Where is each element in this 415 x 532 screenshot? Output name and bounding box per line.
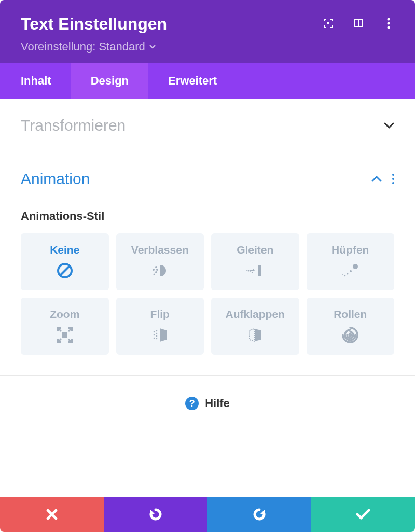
animation-option-fold[interactable]: Aufklappen <box>211 298 299 355</box>
animation-grid: Keine Verblassen Gleiten <box>21 233 394 355</box>
svg-point-16 <box>347 273 349 275</box>
preset-label: Voreinstellung: Standard <box>21 40 145 53</box>
svg-point-26 <box>154 338 155 339</box>
more-icon[interactable] <box>383 18 394 29</box>
tab-design[interactable]: Design <box>71 63 148 99</box>
roll-icon <box>341 326 359 344</box>
redo-icon <box>252 507 267 522</box>
chevron-up-icon <box>371 174 382 184</box>
panel-title: Text Einstellungen <box>21 15 167 34</box>
svg-point-10 <box>156 269 158 271</box>
panel-header: Text Einstellungen Voreinstellung: Stand… <box>0 0 415 63</box>
content-area: Transformieren Animation Animations-Stil… <box>0 99 415 497</box>
preset-dropdown[interactable]: Voreinstellung: Standard <box>21 40 167 53</box>
none-icon <box>56 261 74 280</box>
svg-rect-0 <box>327 22 329 24</box>
section-header-transform[interactable]: Transformieren <box>0 99 415 152</box>
animation-style-label: Animations-Stil <box>21 209 394 223</box>
header-actions <box>323 18 394 29</box>
animation-option-roll[interactable]: Rollen <box>307 298 395 355</box>
svg-point-12 <box>247 270 249 272</box>
flip-icon <box>150 326 169 344</box>
section-animation: Animation Animations-Stil Keine <box>0 152 415 376</box>
svg-point-21 <box>156 333 158 334</box>
help-label: Hilfe <box>205 397 230 410</box>
svg-point-3 <box>388 26 390 29</box>
section-header-animation[interactable]: Animation <box>0 152 415 205</box>
svg-rect-11 <box>258 265 261 276</box>
header-left: Text Einstellungen Voreinstellung: Stand… <box>21 15 167 53</box>
animation-option-slide[interactable]: Gleiten <box>211 233 299 290</box>
section-menu-icon[interactable] <box>392 174 394 184</box>
svg-point-24 <box>154 331 155 333</box>
animation-option-flip[interactable]: Flip <box>116 298 204 355</box>
cancel-button[interactable] <box>0 497 104 532</box>
tabs: Inhalt Design Erweitert <box>0 63 415 99</box>
svg-line-5 <box>60 266 70 275</box>
slide-icon <box>246 261 265 280</box>
animation-subsection: Animations-Stil Keine Verblassen <box>0 209 415 375</box>
caret-down-icon <box>149 45 156 49</box>
svg-point-17 <box>344 275 346 277</box>
svg-point-13 <box>246 270 247 271</box>
tile-label: Zoom <box>50 308 79 320</box>
svg-point-25 <box>154 334 155 336</box>
zoom-icon <box>56 326 74 344</box>
svg-rect-19 <box>62 332 67 338</box>
fold-icon <box>246 326 265 344</box>
tile-label: Hüpfen <box>331 244 369 256</box>
svg-point-18 <box>342 274 343 275</box>
animation-option-none[interactable]: Keine <box>21 233 109 290</box>
undo-button[interactable] <box>104 497 208 532</box>
tile-label: Gleiten <box>237 244 273 256</box>
check-icon <box>356 509 370 520</box>
redo-button[interactable] <box>208 497 311 532</box>
section-title-transform: Transformieren <box>21 117 126 134</box>
footer-actions <box>0 497 415 532</box>
undo-icon <box>148 507 163 522</box>
svg-point-8 <box>155 271 157 273</box>
svg-point-20 <box>156 330 158 332</box>
settings-panel: Text Einstellungen Voreinstellung: Stand… <box>0 0 415 532</box>
columns-icon[interactable] <box>353 18 364 29</box>
chevron-down-icon <box>384 120 394 131</box>
confirm-button[interactable] <box>311 497 415 532</box>
svg-point-14 <box>353 264 358 269</box>
svg-point-9 <box>154 274 155 275</box>
tile-label: Rollen <box>334 308 367 320</box>
animation-option-bounce[interactable]: Hüpfen <box>307 233 395 290</box>
bounce-icon <box>341 261 359 280</box>
tile-label: Aufklappen <box>226 308 285 320</box>
svg-point-1 <box>388 18 390 21</box>
tab-advanced[interactable]: Erweitert <box>148 63 237 99</box>
help-icon: ? <box>185 397 199 410</box>
help-button[interactable]: ? Hilfe <box>0 376 415 431</box>
tile-label: Keine <box>50 244 79 256</box>
section-transform: Transformieren <box>0 99 415 152</box>
fade-icon <box>150 261 169 280</box>
svg-point-15 <box>350 270 352 272</box>
svg-point-2 <box>388 22 390 25</box>
close-icon <box>46 508 58 521</box>
animation-option-fade[interactable]: Verblassen <box>116 233 204 290</box>
svg-point-6 <box>155 266 157 268</box>
animation-option-zoom[interactable]: Zoom <box>21 298 109 355</box>
tile-label: Flip <box>150 308 170 320</box>
svg-point-23 <box>156 338 158 340</box>
target-icon[interactable] <box>323 18 334 29</box>
svg-point-22 <box>156 335 158 337</box>
tab-content[interactable]: Inhalt <box>0 63 71 99</box>
svg-point-7 <box>153 269 155 271</box>
section-title-animation: Animation <box>21 170 90 188</box>
tile-label: Verblassen <box>131 244 189 256</box>
